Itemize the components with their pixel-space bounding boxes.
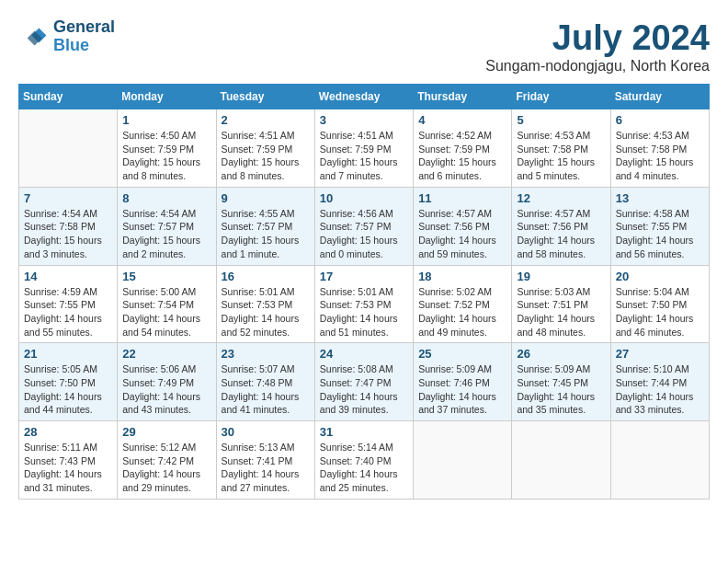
day-header-monday: Monday: [118, 85, 216, 109]
calendar-cell: 21Sunrise: 5:05 AMSunset: 7:50 PMDayligh…: [19, 343, 118, 421]
calendar-cell: 9Sunrise: 4:55 AMSunset: 7:57 PMDaylight…: [216, 187, 314, 265]
week-row-2: 7Sunrise: 4:54 AMSunset: 7:58 PMDaylight…: [19, 187, 710, 265]
day-info: Sunrise: 4:56 AMSunset: 7:57 PMDaylight:…: [320, 207, 408, 261]
day-number: 4: [418, 113, 506, 127]
day-number: 25: [418, 347, 506, 361]
calendar-cell: 2Sunrise: 4:51 AMSunset: 7:59 PMDaylight…: [216, 109, 314, 188]
calendar-cell: 14Sunrise: 4:59 AMSunset: 7:55 PMDayligh…: [19, 265, 118, 343]
day-number: 23: [222, 347, 310, 361]
day-info: Sunrise: 5:09 AMSunset: 7:45 PMDaylight:…: [517, 362, 605, 417]
header-row: SundayMondayTuesdayWednesdayThursdayFrid…: [19, 85, 710, 109]
calendar-cell: 23Sunrise: 5:07 AMSunset: 7:48 PMDayligh…: [216, 343, 314, 421]
day-info: Sunrise: 5:01 AMSunset: 7:53 PMDaylight:…: [222, 285, 310, 339]
day-info: Sunrise: 5:12 AMSunset: 7:42 PMDaylight:…: [122, 441, 210, 495]
calendar-cell: 22Sunrise: 5:06 AMSunset: 7:49 PMDayligh…: [118, 343, 216, 421]
day-info: Sunrise: 5:08 AMSunset: 7:47 PMDaylight:…: [320, 362, 408, 417]
calendar-cell: 10Sunrise: 4:56 AMSunset: 7:57 PMDayligh…: [314, 187, 413, 265]
calendar-cell: 24Sunrise: 5:08 AMSunset: 7:47 PMDayligh…: [314, 343, 413, 421]
day-header-saturday: Saturday: [610, 85, 709, 109]
logo-line1: General: [53, 18, 115, 37]
day-info: Sunrise: 4:57 AMSunset: 7:56 PMDaylight:…: [418, 207, 506, 261]
day-header-thursday: Thursday: [414, 85, 512, 109]
day-info: Sunrise: 5:04 AMSunset: 7:50 PMDaylight:…: [616, 285, 704, 339]
day-number: 26: [517, 347, 605, 361]
day-number: 2: [222, 113, 310, 127]
day-info: Sunrise: 4:54 AMSunset: 7:58 PMDaylight:…: [24, 207, 112, 261]
day-number: 21: [24, 347, 112, 361]
day-number: 16: [222, 270, 310, 283]
calendar-cell: 29Sunrise: 5:12 AMSunset: 7:42 PMDayligh…: [118, 421, 216, 500]
day-number: 15: [122, 270, 210, 283]
day-header-friday: Friday: [512, 85, 610, 109]
calendar-cell: 1Sunrise: 4:50 AMSunset: 7:59 PMDaylight…: [118, 109, 216, 188]
day-number: 3: [320, 113, 408, 127]
calendar-cell: 28Sunrise: 5:11 AMSunset: 7:43 PMDayligh…: [19, 421, 118, 500]
logo-line2: Blue: [53, 37, 115, 55]
day-number: 10: [320, 191, 408, 205]
week-row-5: 28Sunrise: 5:11 AMSunset: 7:43 PMDayligh…: [19, 421, 710, 500]
calendar-cell: 11Sunrise: 4:57 AMSunset: 7:56 PMDayligh…: [414, 187, 512, 265]
day-number: 31: [320, 425, 408, 439]
day-info: Sunrise: 4:58 AMSunset: 7:55 PMDaylight:…: [616, 207, 704, 261]
calendar-cell: 4Sunrise: 4:52 AMSunset: 7:59 PMDaylight…: [414, 109, 512, 188]
day-number: 24: [320, 347, 408, 361]
day-number: 30: [222, 425, 310, 439]
month-title: July 2024: [485, 18, 710, 58]
day-number: 8: [122, 191, 210, 205]
calendar-cell: [19, 109, 118, 188]
calendar-cell: 30Sunrise: 5:13 AMSunset: 7:41 PMDayligh…: [216, 421, 314, 500]
day-number: 20: [616, 270, 704, 283]
location-title: Sungam-nodongjagu, North Korea: [485, 58, 710, 75]
day-number: 28: [24, 425, 112, 439]
title-block: July 2024 Sungam-nodongjagu, North Korea: [485, 18, 710, 75]
day-number: 29: [122, 425, 210, 439]
calendar-cell: 31Sunrise: 5:14 AMSunset: 7:40 PMDayligh…: [314, 421, 413, 500]
day-info: Sunrise: 5:01 AMSunset: 7:53 PMDaylight:…: [320, 285, 408, 339]
day-number: 9: [222, 191, 310, 205]
day-header-tuesday: Tuesday: [216, 85, 314, 109]
day-info: Sunrise: 5:07 AMSunset: 7:48 PMDaylight:…: [222, 362, 310, 417]
day-number: 17: [320, 270, 408, 283]
day-info: Sunrise: 5:10 AMSunset: 7:44 PMDaylight:…: [616, 362, 704, 417]
day-info: Sunrise: 4:53 AMSunset: 7:58 PMDaylight:…: [616, 129, 704, 183]
day-number: 13: [616, 191, 704, 205]
calendar-cell: 26Sunrise: 5:09 AMSunset: 7:45 PMDayligh…: [512, 343, 610, 421]
week-row-4: 21Sunrise: 5:05 AMSunset: 7:50 PMDayligh…: [19, 343, 710, 421]
day-info: Sunrise: 4:57 AMSunset: 7:56 PMDaylight:…: [517, 207, 605, 261]
day-info: Sunrise: 4:55 AMSunset: 7:57 PMDaylight:…: [222, 207, 310, 261]
day-info: Sunrise: 5:09 AMSunset: 7:46 PMDaylight:…: [418, 362, 506, 417]
logo: General Blue: [18, 18, 115, 55]
calendar-cell: 6Sunrise: 4:53 AMSunset: 7:58 PMDaylight…: [610, 109, 709, 188]
calendar-table: SundayMondayTuesdayWednesdayThursdayFrid…: [18, 84, 710, 500]
day-info: Sunrise: 5:11 AMSunset: 7:43 PMDaylight:…: [24, 441, 112, 495]
day-info: Sunrise: 5:03 AMSunset: 7:51 PMDaylight:…: [517, 285, 605, 339]
day-number: 11: [418, 191, 506, 205]
calendar-cell: 19Sunrise: 5:03 AMSunset: 7:51 PMDayligh…: [512, 265, 610, 343]
day-info: Sunrise: 4:51 AMSunset: 7:59 PMDaylight:…: [222, 129, 310, 183]
day-number: 7: [24, 191, 112, 205]
calendar-cell: [610, 421, 709, 500]
page-header: General Blue July 2024 Sungam-nodongjagu…: [18, 18, 710, 75]
calendar-cell: 18Sunrise: 5:02 AMSunset: 7:52 PMDayligh…: [414, 265, 512, 343]
day-number: 12: [517, 191, 605, 205]
day-info: Sunrise: 5:06 AMSunset: 7:49 PMDaylight:…: [122, 362, 210, 417]
calendar-cell: 13Sunrise: 4:58 AMSunset: 7:55 PMDayligh…: [610, 187, 709, 265]
day-info: Sunrise: 4:52 AMSunset: 7:59 PMDaylight:…: [418, 129, 506, 183]
calendar-cell: 5Sunrise: 4:53 AMSunset: 7:58 PMDaylight…: [512, 109, 610, 188]
day-info: Sunrise: 5:05 AMSunset: 7:50 PMDaylight:…: [24, 362, 112, 417]
day-number: 27: [616, 347, 704, 361]
calendar-cell: 8Sunrise: 4:54 AMSunset: 7:57 PMDaylight…: [118, 187, 216, 265]
day-info: Sunrise: 5:14 AMSunset: 7:40 PMDaylight:…: [320, 441, 408, 495]
day-header-sunday: Sunday: [19, 85, 118, 109]
calendar-cell: [414, 421, 512, 500]
calendar-cell: 15Sunrise: 5:00 AMSunset: 7:54 PMDayligh…: [118, 265, 216, 343]
week-row-1: 1Sunrise: 4:50 AMSunset: 7:59 PMDaylight…: [19, 109, 710, 188]
week-row-3: 14Sunrise: 4:59 AMSunset: 7:55 PMDayligh…: [19, 265, 710, 343]
day-info: Sunrise: 5:13 AMSunset: 7:41 PMDaylight:…: [222, 441, 310, 495]
day-number: 6: [616, 113, 704, 127]
logo-icon: [18, 22, 48, 52]
day-info: Sunrise: 4:50 AMSunset: 7:59 PMDaylight:…: [122, 129, 210, 183]
day-info: Sunrise: 5:02 AMSunset: 7:52 PMDaylight:…: [418, 285, 506, 339]
day-info: Sunrise: 5:00 AMSunset: 7:54 PMDaylight:…: [122, 285, 210, 339]
day-info: Sunrise: 4:53 AMSunset: 7:58 PMDaylight:…: [517, 129, 605, 183]
